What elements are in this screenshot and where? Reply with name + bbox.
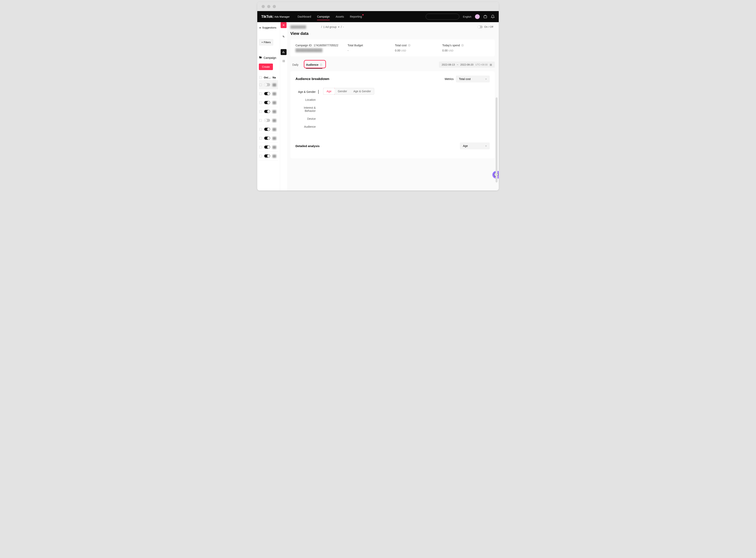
caret-right-icon: ▸ xyxy=(260,26,261,29)
side-age-gender[interactable]: Age & Gender xyxy=(295,88,319,96)
off-label: Off xyxy=(490,25,493,28)
filters-button[interactable]: + Filters xyxy=(259,39,273,46)
col-on-off: On/… xyxy=(264,76,270,79)
traffic-light-max[interactable] xyxy=(273,5,276,8)
campaign-folder-row[interactable]: Campaign xyxy=(259,56,278,59)
traffic-light-close[interactable] xyxy=(262,5,265,8)
tab-audience-label: Audience xyxy=(306,63,318,66)
scrollbar[interactable] xyxy=(496,97,498,182)
brand-name: TikTok: xyxy=(261,15,273,19)
detail-select[interactable]: Age ▾ xyxy=(460,143,490,149)
table-row[interactable]: ✓██ xyxy=(259,125,278,134)
business-icon[interactable] xyxy=(483,15,487,19)
nav-reporting[interactable]: Reporting xyxy=(350,14,362,20)
crumb-campaign-name[interactable]: ████████ xyxy=(290,25,320,28)
seg-age[interactable]: Age xyxy=(323,88,335,95)
table-rows: ✓██✓██✓██✓██✓██✓██✓██✓██✓██ xyxy=(259,80,278,160)
chart-icon[interactable] xyxy=(281,49,287,55)
date-from: 2022-08-13 xyxy=(442,63,455,66)
row-toggle[interactable]: ✓ xyxy=(264,92,270,95)
row-name-blurred: ██ xyxy=(272,119,276,122)
table-row[interactable]: ✓██ xyxy=(259,152,278,160)
row-toggle[interactable]: ✓ xyxy=(264,83,270,86)
panel-title: Audience breakdown xyxy=(295,77,329,81)
row-toggle[interactable]: ✓ xyxy=(264,128,270,131)
segment-group: Age Gender Age & Gender xyxy=(323,88,374,95)
row-checkbox[interactable] xyxy=(259,93,262,95)
search-input[interactable] xyxy=(426,14,459,20)
table-row[interactable]: ✓██ xyxy=(259,143,278,152)
nav-dashboard[interactable]: Dashboard xyxy=(298,14,311,20)
seg-age-gender[interactable]: Age & Gender xyxy=(350,88,374,95)
chevron-down-icon[interactable]: ▼ xyxy=(338,26,340,28)
close-panel-button[interactable]: ✕ xyxy=(281,22,287,28)
table-row[interactable]: ✓██ xyxy=(259,134,278,143)
language-selector[interactable]: English xyxy=(463,15,471,18)
table-row[interactable]: ✓██ xyxy=(259,98,278,107)
svg-rect-0 xyxy=(484,16,487,18)
date-range-picker[interactable]: 2022-08-13 ~ 2022-08-20 UTC+08:00 ▦ xyxy=(439,61,495,68)
toggle-switch[interactable] xyxy=(477,26,483,28)
on-off-toggle[interactable]: On / Off xyxy=(477,25,493,28)
row-toggle[interactable]: ✓ xyxy=(264,119,270,122)
nav-assets[interactable]: Assets xyxy=(336,14,344,20)
date-sep: ~ xyxy=(457,63,458,66)
metrics-select[interactable]: Total cost ▾ xyxy=(456,76,490,82)
row-checkbox[interactable] xyxy=(259,119,262,122)
row-checkbox[interactable] xyxy=(259,101,262,104)
bell-icon[interactable] xyxy=(491,15,495,19)
select-all-checkbox[interactable] xyxy=(259,76,262,79)
row-toggle[interactable]: ✓ xyxy=(264,154,270,157)
document-icon[interactable]: ▤ xyxy=(281,58,287,64)
top-nav: TikTok: Ads Manager Dashboard Campaign A… xyxy=(257,11,499,22)
row-checkbox[interactable] xyxy=(259,137,262,140)
row-toggle[interactable]: ✓ xyxy=(264,136,270,140)
row-name-blurred: ██ xyxy=(272,137,276,140)
help-icon[interactable] xyxy=(320,64,322,66)
tab-audience[interactable]: Audience xyxy=(304,62,324,68)
table-row[interactable]: ✓██ xyxy=(259,107,278,116)
crumb-adgroup[interactable]: 1 Ad group xyxy=(323,25,337,28)
table-row[interactable]: ✓██ xyxy=(259,80,278,89)
side-audience[interactable]: Audience xyxy=(295,123,319,131)
nav-campaign[interactable]: Campaign xyxy=(317,14,330,20)
icon-rail: ✕ ✎ ▤ xyxy=(280,22,287,191)
row-toggle[interactable]: ✓ xyxy=(264,146,270,149)
total-cost-value: 0.00 xyxy=(395,49,400,52)
side-location[interactable]: Location xyxy=(295,96,319,104)
campaign-id-label: Campaign ID: xyxy=(295,44,312,47)
detailed-analysis-title: Detailed analysis xyxy=(295,144,320,148)
app-body: ▸ Suggestions + Filters Campaign Create … xyxy=(257,22,499,191)
table-header: On/… Na xyxy=(259,75,278,80)
edit-icon[interactable]: ✎ xyxy=(281,34,287,40)
row-name-blurred: ██ xyxy=(272,155,276,157)
main-content: ████████ / 1 Ad group ▼ / - On / Off Vie… xyxy=(287,22,499,191)
help-icon[interactable] xyxy=(461,44,464,47)
campaign-folder-label: Campaign xyxy=(264,56,276,59)
on-label: On xyxy=(484,25,488,28)
metrics-label: Metrics xyxy=(445,77,453,81)
row-name-blurred: ██ xyxy=(272,128,276,131)
seg-gender[interactable]: Gender xyxy=(335,88,350,95)
help-icon[interactable] xyxy=(408,44,411,47)
row-toggle[interactable]: ✓ xyxy=(264,101,270,104)
side-device[interactable]: Device xyxy=(295,115,319,123)
row-checkbox[interactable] xyxy=(259,128,262,131)
suggestions-row[interactable]: ▸ Suggestions xyxy=(259,25,278,31)
traffic-light-min[interactable] xyxy=(267,5,270,8)
row-checkbox[interactable] xyxy=(259,110,262,113)
row-toggle[interactable]: ✓ xyxy=(264,110,270,113)
create-button[interactable]: Create xyxy=(259,64,273,70)
table-row[interactable]: ✓██ xyxy=(259,89,278,98)
side-interest[interactable]: Interest & Behavior xyxy=(295,104,319,115)
tab-daily[interactable]: Daily xyxy=(290,62,301,68)
table-row[interactable]: ✓██ xyxy=(259,116,278,125)
row-checkbox[interactable] xyxy=(259,155,262,157)
summary-card: Campaign ID: 1741605977705522 ██████████… xyxy=(290,40,495,56)
breadcrumb: ████████ / 1 Ad group ▼ / - xyxy=(290,25,495,28)
user-avatar[interactable] xyxy=(475,14,480,19)
nav-right: English xyxy=(426,14,495,20)
row-checkbox[interactable] xyxy=(259,83,262,86)
row-checkbox[interactable] xyxy=(259,146,262,149)
filters-label: Filters xyxy=(264,41,271,44)
